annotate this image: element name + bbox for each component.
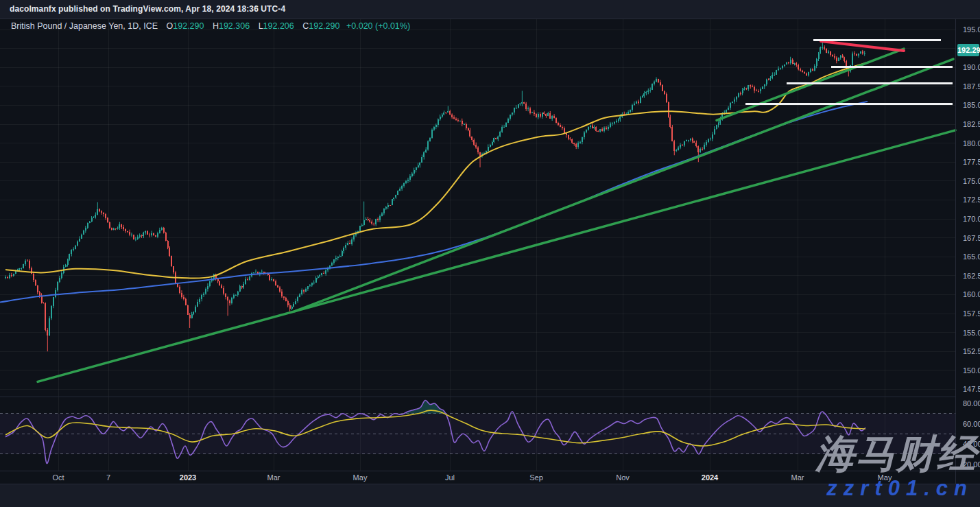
footer-bar: TradingView	[0, 484, 980, 507]
rsi-tick-label: 20.00	[963, 460, 980, 469]
time-tick-label: 2023	[180, 473, 196, 482]
price-tick-label: 195.000	[963, 25, 980, 34]
chart-page: dacolmanfx published on TradingView.com,…	[0, 0, 980, 507]
time-tick-label: Sep	[529, 473, 543, 482]
price-tick-label: 167.500	[963, 234, 980, 242]
pane-separator[interactable]	[0, 397, 956, 397]
rsi-tick-label: 40.00	[963, 440, 980, 448]
open-value: 192.290	[173, 21, 204, 31]
rsi-tick-label: 80.00	[963, 399, 980, 408]
price-tick-label: 175.000	[963, 177, 980, 185]
price-tick-label: 172.500	[963, 196, 980, 204]
price-tick-label: 160.000	[963, 290, 980, 298]
symbol-title: British Pound / Japanese Yen, 1D, ICE	[11, 21, 158, 31]
price-tick-label: 177.500	[963, 158, 980, 166]
time-tick-label: Oct	[52, 473, 64, 482]
publisher-bar: dacolmanfx published on TradingView.com,…	[0, 0, 980, 19]
price-tick-label: 170.000	[963, 215, 980, 223]
price-tick-label: 182.500	[963, 120, 980, 128]
time-tick-label: May	[878, 473, 892, 482]
price-chart-canvas[interactable]	[0, 0, 980, 507]
high-value: 192.306	[219, 21, 250, 31]
last-price-badge: 192.290	[957, 44, 979, 56]
change-value: +0.020 (+0.01%)	[346, 21, 410, 31]
price-tick-label: 187.500	[963, 82, 980, 91]
time-tick-label: Mar	[791, 473, 804, 482]
price-tick-label: 150.000	[963, 366, 980, 375]
rsi-tick-label: 60.00	[963, 420, 980, 428]
price-tick-label: 152.500	[963, 347, 980, 355]
price-tick-label: 147.500	[963, 385, 980, 393]
price-tick-label: 165.000	[963, 252, 980, 261]
price-tick-label: 162.500	[963, 272, 980, 280]
high-label: H	[213, 21, 219, 31]
price-tick-label: 185.000	[963, 101, 980, 109]
time-tick-label: Mar	[267, 473, 280, 482]
low-value: 192.206	[263, 21, 294, 31]
close-value: 192.290	[309, 21, 339, 31]
time-tick-label: Nov	[616, 473, 630, 482]
close-label: C	[302, 21, 309, 31]
time-tick-label: May	[353, 473, 368, 482]
price-tick-label: 155.000	[963, 329, 980, 337]
price-axis-separator	[955, 19, 956, 484]
low-label: L	[259, 21, 263, 31]
symbol-legend[interactable]: British Pound / Japanese Yen, 1D, ICE O1…	[11, 21, 410, 31]
time-tick-label: 7	[106, 473, 110, 482]
open-label: O	[167, 21, 174, 31]
price-tick-label: 190.000	[963, 63, 980, 71]
time-axis-separator	[0, 471, 980, 471]
time-tick-label: 2024	[702, 473, 718, 482]
price-tick-label: 180.000	[963, 139, 980, 148]
time-tick-label: Jul	[445, 473, 455, 482]
publisher-text: dacolmanfx published on TradingView.com,…	[10, 4, 285, 14]
price-tick-label: 157.500	[963, 309, 980, 318]
